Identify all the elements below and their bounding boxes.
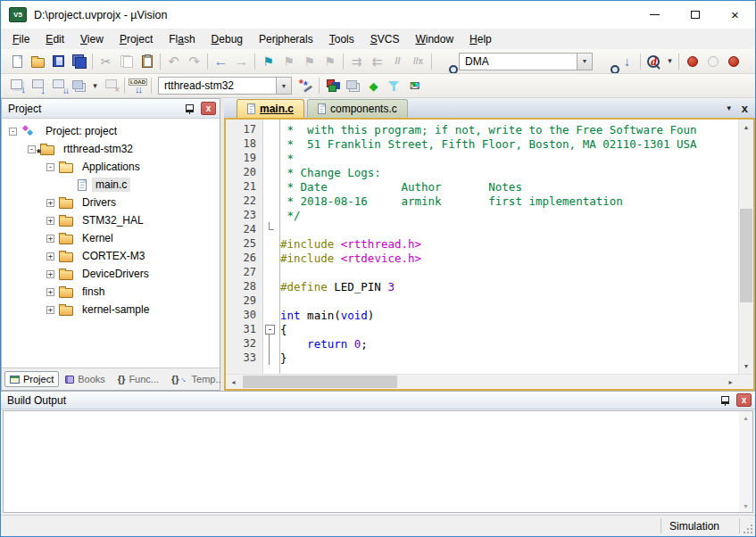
scroll-right-icon[interactable]: ▸: [723, 375, 738, 390]
minimize-button[interactable]: [635, 1, 675, 29]
expand-plus-icon[interactable]: +: [46, 199, 54, 207]
open-file-button[interactable]: [28, 52, 48, 71]
expand-plus-icon[interactable]: +: [46, 288, 54, 296]
navigate-back-button[interactable]: ←: [211, 52, 231, 71]
tree-item-kernel-sample[interactable]: +kernel-sample: [2, 301, 220, 318]
editor-tab-components-c[interactable]: components.c: [307, 99, 408, 118]
menu-view[interactable]: View: [72, 30, 112, 48]
tree-item-devicedrivers[interactable]: +DeviceDrivers: [2, 265, 220, 283]
code-line-25[interactable]: 25#include <rtthread.h>: [226, 236, 738, 251]
project-panel-close-button[interactable]: x: [201, 102, 216, 115]
navigate-forward-button[interactable]: →: [231, 52, 252, 71]
redo-button[interactable]: ↷: [184, 52, 204, 71]
menu-edit[interactable]: Edit: [37, 30, 72, 48]
resize-grip[interactable]: [740, 516, 755, 536]
uncomment-button[interactable]: //x: [408, 52, 428, 71]
build-output-scrollbar[interactable]: ▴ ▾: [739, 411, 752, 512]
vertical-scroll-track[interactable]: [739, 135, 753, 359]
expand-plus-icon[interactable]: +: [46, 306, 54, 314]
target-options-button[interactable]: [295, 76, 316, 95]
manage-runtime-environment-button[interactable]: [322, 76, 343, 95]
rebuild-all-button[interactable]: [48, 76, 69, 95]
incremental-find-button[interactable]: ↓: [617, 52, 637, 71]
target-combobox[interactable]: rtthread-stm32▼: [158, 77, 292, 95]
editor-vertical-scrollbar[interactable]: ▴ ▾: [738, 120, 753, 374]
code-line-22[interactable]: 22 * 2018-08-16 armink first implementat…: [226, 194, 738, 208]
horizontal-scroll-thumb[interactable]: [243, 376, 397, 388]
expand-minus-icon[interactable]: -: [9, 128, 17, 136]
save-all-button[interactable]: [69, 52, 89, 71]
editor-tab-main-c[interactable]: main.c: [237, 99, 304, 118]
menu-peripherals[interactable]: Peripherals: [251, 30, 321, 48]
panel-tab-project[interactable]: Project: [4, 371, 59, 387]
horizontal-scroll-track[interactable]: [241, 375, 723, 389]
save-button[interactable]: [48, 52, 69, 71]
code-line-29[interactable]: 29: [226, 293, 738, 308]
code-line-26[interactable]: 26#include <rtdevice.h>: [226, 251, 738, 265]
code-line-23[interactable]: 23 */: [226, 208, 738, 222]
code-line-27[interactable]: 27: [226, 265, 738, 279]
copy-button[interactable]: [116, 52, 137, 71]
tree-item-applications[interactable]: -Applications: [2, 158, 220, 176]
tree-item-rtthread-stm32[interactable]: -rtthread-stm32: [2, 140, 220, 158]
menu-window[interactable]: Window: [407, 30, 461, 48]
menu-flash[interactable]: Flash: [161, 30, 203, 48]
panel-tab-func[interactable]: {}Func...: [113, 372, 163, 386]
scroll-up-icon[interactable]: ▴: [738, 411, 753, 424]
menu-tools[interactable]: Tools: [321, 30, 362, 48]
translate-button[interactable]: [7, 76, 28, 95]
code-line-20[interactable]: 20 * Change Logs:: [226, 165, 738, 179]
expand-minus-icon[interactable]: -: [28, 145, 36, 153]
find-in-files-button[interactable]: [435, 52, 455, 71]
tree-item-drivers[interactable]: +Drivers: [2, 194, 220, 211]
disable-breakpoint-button[interactable]: [702, 52, 723, 71]
expand-plus-icon[interactable]: +: [46, 270, 54, 278]
document-close-icon[interactable]: x: [742, 103, 748, 114]
next-bookmark-button[interactable]: ⚑: [299, 52, 320, 71]
close-button[interactable]: ×: [715, 1, 755, 29]
build-output-content[interactable]: ▴ ▾: [3, 410, 753, 513]
insert-breakpoint-button[interactable]: [682, 52, 702, 71]
stop-build-button[interactable]: [101, 76, 121, 95]
scroll-up-icon[interactable]: ▴: [739, 120, 754, 135]
clear-bookmarks-button[interactable]: ⚑: [320, 52, 340, 71]
cut-button[interactable]: ✂: [96, 52, 116, 71]
target-combobox-dropdown-icon[interactable]: ▼: [276, 78, 291, 94]
menu-svcs[interactable]: SVCS: [362, 30, 408, 48]
code-line-30[interactable]: 30int main(void): [226, 308, 738, 322]
manage-project-items-button[interactable]: [343, 76, 363, 95]
panel-tab-temp[interactable]: {}→Temp...: [167, 372, 228, 386]
build-output-close-button[interactable]: x: [736, 393, 752, 407]
code-line-28[interactable]: 28#define LED_PIN 3: [226, 279, 738, 293]
expand-plus-icon[interactable]: +: [46, 235, 54, 243]
debug-dropdown-button[interactable]: ▾: [664, 52, 676, 71]
expand-plus-icon[interactable]: +: [46, 252, 54, 260]
panel-tab-books[interactable]: Books: [61, 372, 110, 386]
code-editor[interactable]: 17 * with this program; if not, write to…: [226, 122, 738, 365]
find-next-button[interactable]: [596, 52, 617, 71]
indent-button[interactable]: ⇉: [346, 52, 367, 71]
search-combobox[interactable]: DMA▼: [459, 53, 593, 70]
code-line-21[interactable]: 21 * Date Author Notes: [226, 179, 738, 194]
scroll-left-icon[interactable]: ◂: [226, 375, 241, 390]
code-line-32[interactable]: 32 return 0;: [226, 336, 738, 351]
select-software-packs-button[interactable]: [384, 76, 404, 95]
expand-minus-icon[interactable]: -: [46, 163, 54, 171]
vertical-scroll-thumb[interactable]: [740, 209, 752, 302]
tree-item-stm32-hal[interactable]: +STM32_HAL: [2, 211, 220, 229]
code-line-18[interactable]: 18 * 51 Franklin Street, Fifth Floor, Bo…: [226, 136, 738, 151]
build-button[interactable]: [28, 76, 48, 95]
document-list-dropdown-icon[interactable]: ▼: [726, 104, 733, 112]
code-line-33[interactable]: 33}: [226, 351, 738, 365]
menu-file[interactable]: File: [4, 30, 37, 48]
editor-horizontal-scrollbar[interactable]: ◂ ▸: [226, 374, 753, 389]
comment-button[interactable]: //: [387, 52, 408, 71]
previous-bookmark-button[interactable]: ⚑: [278, 52, 299, 71]
tree-item-project-project[interactable]: -Project: project: [2, 122, 220, 140]
download-to-flash-button[interactable]: LOAD↓↓: [128, 76, 148, 95]
pack-installer-button[interactable]: ✉: [404, 76, 425, 95]
batch-build-dropdown[interactable]: ▾: [89, 76, 101, 95]
menu-debug[interactable]: Debug: [204, 30, 251, 48]
menu-help[interactable]: Help: [461, 30, 500, 48]
debug-session-button[interactable]: d: [644, 52, 664, 71]
